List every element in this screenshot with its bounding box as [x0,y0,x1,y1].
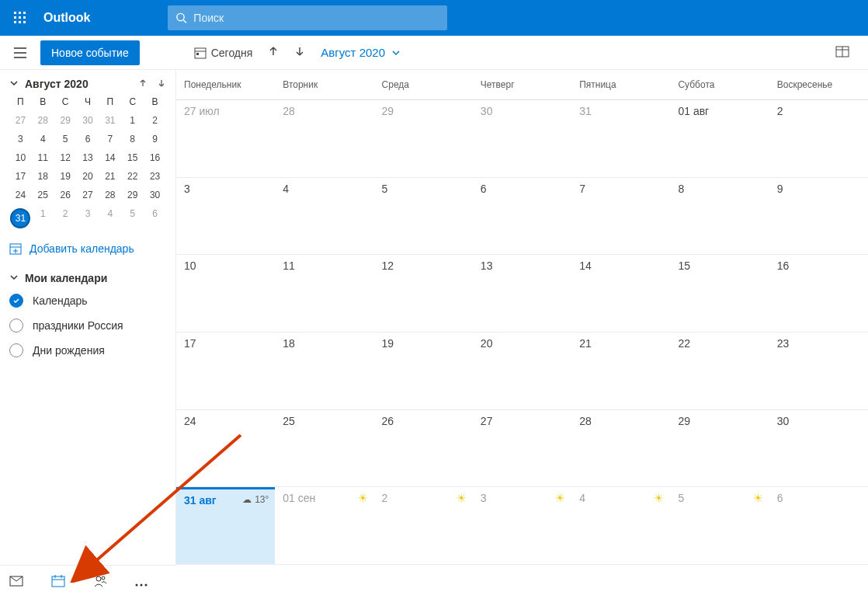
mini-day[interactable]: 31 [10,208,30,228]
day-cell[interactable]: 25 [275,410,373,487]
mail-icon[interactable] [9,576,23,590]
day-cell[interactable]: 16 [769,255,868,332]
day-cell[interactable]: 15 [670,255,769,332]
mini-day[interactable]: 3 [9,134,32,145]
day-cell[interactable]: 6 [473,178,571,255]
day-cell[interactable]: 29 [374,100,473,177]
month-picker-button[interactable]: Август 2020 [313,41,408,64]
mini-day[interactable]: 30 [77,115,99,126]
day-cell[interactable]: 27 [473,410,571,487]
mini-day[interactable]: 23 [144,171,166,182]
calendar-item[interactable]: Дни рождения [9,343,166,357]
mini-day[interactable]: 27 [9,115,32,126]
mini-day[interactable]: 19 [54,171,77,182]
mini-day[interactable]: 2 [144,115,166,126]
day-cell[interactable]: 18 [275,333,373,409]
mini-day[interactable]: 20 [77,171,99,182]
mini-day[interactable]: 11 [32,152,54,163]
day-cell[interactable]: 13 [473,255,571,332]
mini-day[interactable]: 13 [77,152,99,163]
day-cell[interactable]: 29 [670,410,769,487]
prev-period-button[interactable] [260,41,286,64]
calendar-checkbox[interactable] [9,319,23,333]
day-cell[interactable]: 6 [769,487,868,564]
mini-day[interactable]: 28 [99,190,121,200]
mini-day[interactable]: 8 [121,134,144,145]
app-launcher-icon[interactable] [5,2,36,33]
mini-day[interactable]: 1 [32,208,54,228]
day-cell[interactable]: 31 авг☁13° [176,487,275,564]
day-cell[interactable]: 3☀ [473,487,571,564]
new-event-button[interactable]: Новое событие [40,40,140,65]
mini-day[interactable]: 16 [144,152,166,163]
mini-day[interactable]: 7 [99,134,121,145]
mini-prev-month-button[interactable] [138,78,148,90]
search-input[interactable] [193,12,439,24]
day-cell[interactable]: 8 [670,178,769,255]
calendar-item[interactable]: Календарь [9,294,166,308]
day-cell[interactable]: 26 [374,410,473,487]
mini-day[interactable]: 26 [54,190,77,200]
mini-day[interactable]: 30 [144,190,166,200]
day-cell[interactable]: 24 [176,410,275,487]
mini-day[interactable]: 28 [32,115,54,126]
day-cell[interactable]: 2☀ [374,487,473,564]
day-cell[interactable]: 20 [473,333,571,409]
mini-day[interactable]: 9 [144,134,166,145]
day-cell[interactable]: 01 авг [670,100,769,177]
calendar-checkbox[interactable] [9,294,23,308]
day-cell[interactable]: 30 [473,100,571,177]
mini-day[interactable]: 29 [121,190,144,200]
mini-next-month-button[interactable] [157,78,166,90]
day-cell[interactable]: 17 [176,333,275,409]
split-view-button[interactable] [828,40,857,65]
day-cell[interactable]: 3 [176,178,275,255]
mini-day[interactable]: 12 [54,152,77,163]
day-cell[interactable]: 2 [769,100,868,177]
mini-day[interactable]: 17 [9,171,32,182]
mini-day[interactable]: 5 [121,208,144,228]
day-cell[interactable]: 23 [769,333,868,409]
search-box[interactable] [168,5,447,30]
today-button[interactable]: Сегодня [186,42,261,64]
mini-day[interactable]: 6 [77,134,99,145]
day-cell[interactable]: 19 [374,333,473,409]
mini-day[interactable]: 15 [121,152,144,163]
mini-day[interactable]: 5 [54,134,77,145]
mini-day[interactable]: 27 [77,190,99,200]
day-cell[interactable]: 21 [571,333,670,409]
calendar-icon[interactable] [51,575,65,590]
mini-day[interactable]: 25 [32,190,54,200]
calendar-item[interactable]: праздники Россия [9,319,166,333]
add-calendar-button[interactable]: Добавить календарь [9,242,166,255]
day-cell[interactable]: 31 [571,100,670,177]
day-cell[interactable]: 28 [571,410,670,487]
day-cell[interactable]: 22 [670,333,769,409]
hamburger-menu-icon[interactable] [8,40,33,65]
mini-day[interactable]: 21 [99,171,121,182]
day-cell[interactable]: 30 [769,410,868,487]
mini-day[interactable]: 24 [9,190,32,200]
people-icon[interactable] [93,575,107,590]
day-cell[interactable]: 5☀ [670,487,769,564]
mini-day[interactable]: 18 [32,171,54,182]
day-cell[interactable]: 4 [275,178,373,255]
day-cell[interactable]: 10 [176,255,275,332]
day-cell[interactable]: 01 сен☀ [275,487,373,564]
mini-calendar-collapse-icon[interactable] [9,78,19,90]
mini-day[interactable]: 10 [9,152,32,163]
day-cell[interactable]: 4☀ [571,487,670,564]
day-cell[interactable]: 9 [769,178,868,255]
mini-day[interactable]: 14 [99,152,121,163]
day-cell[interactable]: 7 [571,178,670,255]
more-icon[interactable] [135,576,148,590]
mini-day[interactable]: 22 [121,171,144,182]
day-cell[interactable]: 28 [275,100,373,177]
day-cell[interactable]: 14 [571,255,670,332]
next-period-button[interactable] [286,41,313,64]
mini-day[interactable]: 3 [77,208,99,228]
day-cell[interactable]: 5 [374,178,473,255]
mini-day[interactable]: 2 [54,208,77,228]
mini-day[interactable]: 4 [99,208,121,228]
my-calendars-collapse-icon[interactable] [9,272,19,284]
